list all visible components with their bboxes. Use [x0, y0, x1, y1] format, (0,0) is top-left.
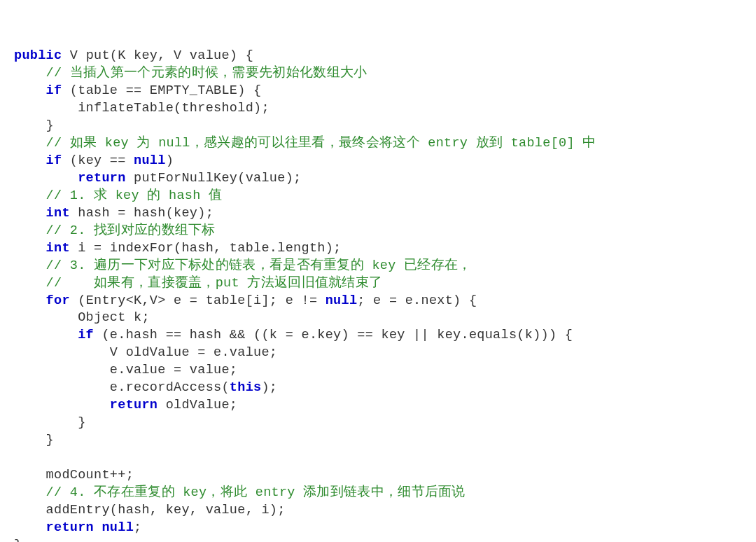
keyword: public [14, 48, 62, 63]
code-line: if (e.hash == hash && ((k = e.key) == ke… [14, 328, 573, 342]
code-line: // 1. 求 key 的 hash 值 [14, 188, 222, 203]
keyword: int [46, 206, 70, 221]
code-text: e.value = value; [110, 363, 237, 377]
code-line: return oldValue; [14, 398, 237, 412]
code-text: (e.hash == hash && ((k = e.key) == key |… [94, 328, 573, 342]
code-line: int hash = hash(key); [14, 206, 214, 221]
code-line: } [14, 415, 86, 430]
code-text: (Entry<K,V> e = table[i]; e != [70, 293, 326, 308]
comment: // 3. 遍历一下对应下标处的链表，看是否有重复的 key 已经存在， [46, 258, 472, 273]
code-text: V put(K key, V value) { [62, 48, 253, 63]
code-text: e.recordAccess( [110, 380, 230, 395]
code-line: // 当插入第一个元素的时候，需要先初始化数组大小 [14, 66, 367, 81]
keyword: this [230, 380, 262, 395]
code-text: Object k; [78, 310, 150, 325]
code-text: modCount++; [46, 468, 134, 482]
code-line: V oldValue = e.value; [14, 345, 277, 360]
keyword: int [46, 241, 70, 256]
comment: // 如果 key 为 null，感兴趣的可以往里看，最终会将这个 entry … [46, 136, 596, 151]
code-text: ) [166, 153, 174, 168]
code-text [94, 520, 102, 535]
code-line: inflateTable(threshold); [14, 101, 270, 116]
code-text: i = indexFor(hash, table.length); [70, 241, 342, 256]
code-line: if (table == EMPTY_TABLE) { [14, 83, 261, 98]
code-text: ); [261, 380, 277, 395]
code-line: e.value = value; [14, 363, 237, 377]
code-text: } [46, 118, 54, 133]
code-line [14, 450, 22, 465]
keyword: if [46, 83, 62, 98]
code-line: return putForNullKey(value); [14, 171, 301, 186]
code-text: } [14, 538, 22, 542]
keyword: for [46, 293, 70, 308]
keyword: if [78, 328, 94, 342]
comment: // 4. 不存在重复的 key，将此 entry 添加到链表中，细节后面说 [46, 485, 465, 500]
code-line: // 如果 key 为 null，感兴趣的可以往里看，最终会将这个 entry … [14, 136, 596, 151]
code-text: V oldValue = e.value; [110, 345, 277, 360]
code-line: return null; [14, 520, 141, 535]
code-line: for (Entry<K,V> e = table[i]; e != null;… [14, 293, 477, 308]
comment: // 当插入第一个元素的时候，需要先初始化数组大小 [46, 66, 368, 81]
literal: null [326, 293, 358, 308]
code-line: } [14, 433, 54, 447]
code-text: addEntry(hash, key, value, i); [46, 503, 286, 517]
code-text: (table == EMPTY_TABLE) { [62, 83, 261, 98]
code-line: // 4. 不存在重复的 key，将此 entry 添加到链表中，细节后面说 [14, 485, 465, 500]
code-text: inflateTable(threshold); [78, 101, 270, 116]
literal: null [102, 520, 134, 535]
keyword: return [110, 398, 158, 412]
code-line: // 3. 遍历一下对应下标处的链表，看是否有重复的 key 已经存在， [14, 258, 472, 273]
code-line: modCount++; [14, 468, 134, 482]
code-text: } [78, 415, 85, 430]
code-line: addEntry(hash, key, value, i); [14, 503, 286, 517]
comment: // 如果有，直接覆盖，put 方法返回旧值就结束了 [46, 276, 383, 291]
code-line: } [14, 538, 22, 542]
keyword: if [46, 153, 62, 168]
code-line: public V put(K key, V value) { [14, 48, 253, 63]
code-line: Object k; [14, 310, 150, 325]
code-text: putForNullKey(value); [126, 171, 302, 186]
code-line: int i = indexFor(hash, table.length); [14, 241, 342, 256]
keyword: return [46, 520, 94, 535]
literal: null [134, 153, 166, 168]
code-line: // 如果有，直接覆盖，put 方法返回旧值就结束了 [14, 276, 382, 291]
comment: // 1. 求 key 的 hash 值 [46, 188, 223, 203]
code-text: ; [134, 520, 141, 535]
code-line: // 2. 找到对应的数组下标 [14, 223, 216, 238]
code-line: if (key == null) [14, 153, 174, 168]
code-text: oldValue; [158, 398, 237, 412]
code-block: public V put(K key, V value) { // 当插入第一个… [14, 48, 742, 542]
code-line: e.recordAccess(this); [14, 380, 277, 395]
code-text: hash = hash(key); [70, 206, 214, 221]
comment: // 2. 找到对应的数组下标 [46, 223, 216, 238]
keyword: return [78, 171, 125, 186]
code-text: ; e = e.next) { [357, 293, 477, 308]
code-line: } [14, 118, 54, 133]
code-text: } [46, 433, 54, 447]
code-text: (key == [62, 153, 134, 168]
